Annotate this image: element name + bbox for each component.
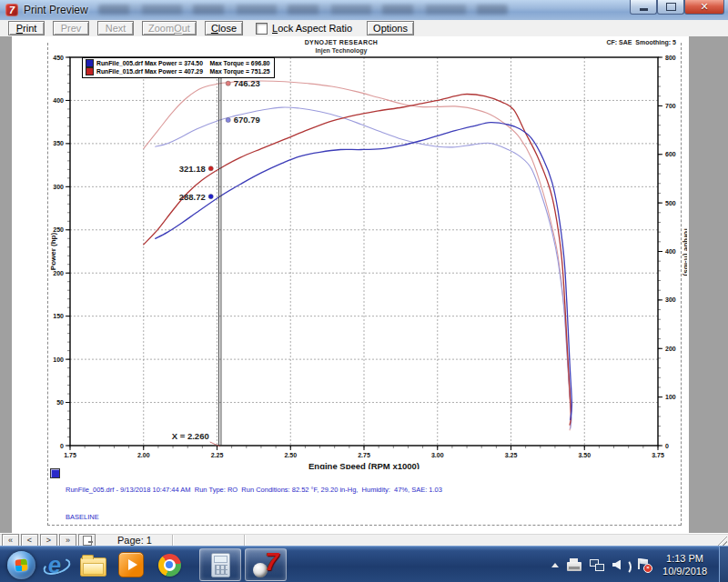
prev-page-button[interactable]: Prev	[53, 21, 89, 35]
svg-text:50: 50	[56, 399, 64, 406]
taskbar-item-winpep[interactable]: 7	[245, 548, 287, 581]
dyno-company-title: DYNOJET RESEARCH	[241, 39, 441, 45]
network-tray-icon[interactable]	[590, 559, 604, 571]
svg-text:400: 400	[665, 248, 676, 255]
svg-text:100: 100	[53, 356, 64, 363]
taskbar-item-calculator[interactable]	[199, 548, 241, 581]
svg-text:450: 450	[53, 55, 64, 61]
legend-row: RunFile_015.drf Max Power = 407.29 Max T…	[86, 67, 270, 75]
legend-text-run005: RunFile_005.drf Max Power = 374.50 Max T…	[96, 60, 270, 66]
legend-row: RunFile_005.drf Max Power = 374.50 Max T…	[86, 59, 270, 67]
svg-text:0: 0	[665, 443, 669, 449]
cursor-value-dot	[226, 81, 230, 85]
taskbar-item-internet-explorer[interactable]: e	[35, 547, 74, 582]
taskbar: e 7 1:13 PM 10/9/2018	[0, 546, 728, 582]
calculator-icon	[211, 553, 230, 577]
legend-swatch-run005	[86, 59, 94, 67]
svg-text:400: 400	[53, 97, 64, 104]
svg-text:300: 300	[665, 296, 676, 303]
cursor-value-dot	[208, 166, 213, 171]
show-desktop-button[interactable]	[719, 547, 728, 582]
dyno-chart: 1.752.002.252.502.753.003.253.503.750501…	[50, 51, 687, 469]
print-button[interactable]: Print	[8, 21, 45, 35]
minimize-button[interactable]	[630, 0, 657, 15]
lock-aspect-ratio-checkbox[interactable]	[256, 23, 268, 35]
page-number-label: Page: 1	[117, 535, 152, 546]
svg-text:100: 100	[665, 394, 676, 400]
next-page-nav-button[interactable]: >	[40, 534, 57, 547]
page-margin-guide	[47, 43, 48, 526]
start-button[interactable]	[7, 551, 35, 579]
page-icon	[83, 536, 92, 546]
last-page-button[interactable]: »	[59, 534, 76, 547]
svg-text:350: 350	[53, 140, 64, 146]
close-window-button[interactable]: ✕	[684, 0, 724, 15]
close-preview-button[interactable]: Close	[205, 21, 243, 35]
taskbar-item-media-player[interactable]	[112, 547, 150, 582]
winpep-icon: 7	[253, 551, 278, 578]
curve-torque-runfile-015	[144, 81, 571, 430]
legend-text-run015: RunFile_015.drf Max Power = 407.29 Max T…	[96, 68, 270, 75]
internet-explorer-icon: e	[48, 553, 61, 577]
resize-grip[interactable]	[715, 535, 727, 546]
svg-text:500: 500	[665, 200, 676, 206]
action-center-icon[interactable]	[637, 558, 651, 571]
maximize-button[interactable]	[657, 0, 684, 15]
cursor-value-label: 288.72	[179, 192, 206, 202]
curve-power-runfile-005	[156, 123, 572, 420]
clock-time: 1:13 PM	[662, 552, 707, 565]
status-divider	[172, 535, 173, 546]
cursor-value-label: 321.18	[179, 164, 206, 174]
cursor-value-dot	[226, 117, 230, 122]
svg-text:Torque (ft-lbs): Torque (ft-lbs)	[682, 227, 687, 276]
next-page-button[interactable]: Next	[97, 21, 134, 35]
run-file-line: RunFile_005.drf - 9/13/2018 10:47:44 AM …	[66, 486, 442, 495]
svg-text:800: 800	[665, 55, 676, 61]
folder-icon	[80, 557, 106, 577]
status-bar: « < > » Page: 1	[0, 533, 728, 547]
svg-text:Power (hp): Power (hp)	[50, 233, 57, 271]
value-markers: 746.23670.79321.18288.72	[179, 78, 260, 201]
run-name-line: BASELINE	[66, 513, 442, 522]
series-curves	[144, 81, 572, 430]
svg-text:3.75: 3.75	[652, 452, 664, 458]
maximize-icon	[666, 3, 676, 11]
taskbar-clock[interactable]: 1:13 PM 10/9/2018	[662, 552, 707, 577]
close-icon: ✕	[700, 2, 708, 12]
axis-titles: Power (hp)Torque (ft-lbs)Engine Speed (R…	[50, 227, 687, 469]
clock-date: 10/9/2018	[662, 565, 707, 577]
zoom-out-button[interactable]: Zoom Out	[142, 21, 197, 35]
first-page-button[interactable]: «	[2, 534, 19, 547]
cursor: X = 2.260	[172, 57, 221, 447]
window-title: Print Preview	[24, 4, 88, 16]
cursor-value-label: 670.79	[234, 115, 260, 125]
alert-badge	[643, 564, 652, 573]
svg-text:250: 250	[53, 226, 64, 233]
chrome-icon	[158, 554, 181, 577]
svg-text:X = 2.260: X = 2.260	[172, 431, 209, 441]
options-button[interactable]: Options	[367, 21, 414, 35]
svg-text:3.00: 3.00	[431, 452, 444, 458]
taskbar-item-chrome[interactable]	[150, 547, 188, 582]
svg-text:2.50: 2.50	[284, 452, 297, 458]
preview-area: DYNOJET RESEARCH Injen Technology CF: SA…	[0, 36, 728, 533]
curve-torque-runfile-005	[156, 107, 571, 428]
goto-page-button[interactable]	[78, 534, 96, 547]
print-preview-toolbar: Print Prev Next Zoom Out Close Lock Aspe…	[0, 20, 728, 37]
svg-text:2.25: 2.25	[211, 452, 224, 458]
windows-logo-icon	[15, 558, 27, 571]
background-window-text	[98, 5, 508, 15]
show-hidden-icons-button[interactable]	[551, 563, 559, 567]
svg-text:3.50: 3.50	[578, 452, 591, 458]
previous-page-nav-button[interactable]: <	[21, 534, 38, 547]
volume-tray-icon[interactable]	[612, 559, 629, 571]
printer-tray-icon[interactable]	[567, 562, 581, 571]
taskbar-item-windows-explorer[interactable]	[74, 547, 112, 582]
print-page: DYNOJET RESEARCH Injen Technology CF: SA…	[12, 36, 689, 533]
curve-power-runfile-015	[144, 95, 571, 426]
run-color-swatch	[50, 468, 60, 478]
cursor-value-label: 746.23	[234, 78, 260, 88]
svg-text:600: 600	[665, 151, 676, 157]
svg-text:700: 700	[665, 103, 676, 109]
play-icon	[128, 559, 137, 570]
